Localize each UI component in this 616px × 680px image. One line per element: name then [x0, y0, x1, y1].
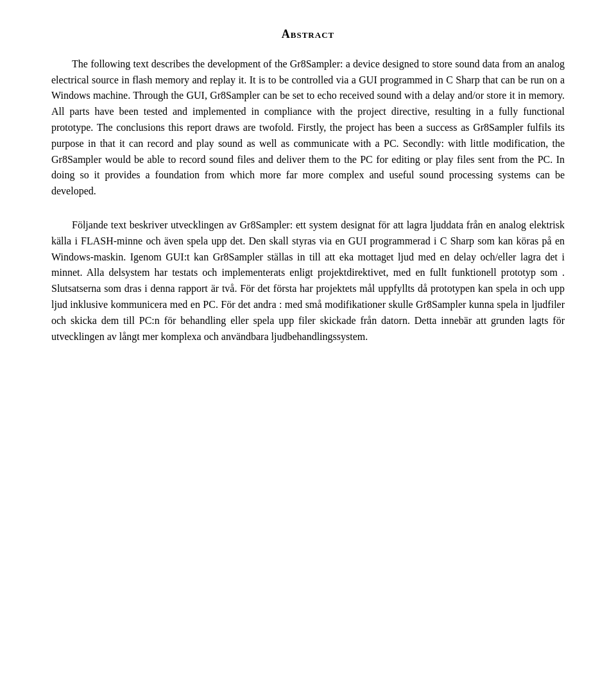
swedish-abstract: Följande text beskriver utvecklingen av …	[51, 217, 565, 344]
english-abstract: The following text describes the develop…	[51, 56, 565, 200]
swedish-paragraph: Följande text beskriver utvecklingen av …	[51, 217, 565, 344]
english-paragraph: The following text describes the develop…	[51, 56, 565, 200]
abstract-title: Abstract	[51, 26, 565, 44]
